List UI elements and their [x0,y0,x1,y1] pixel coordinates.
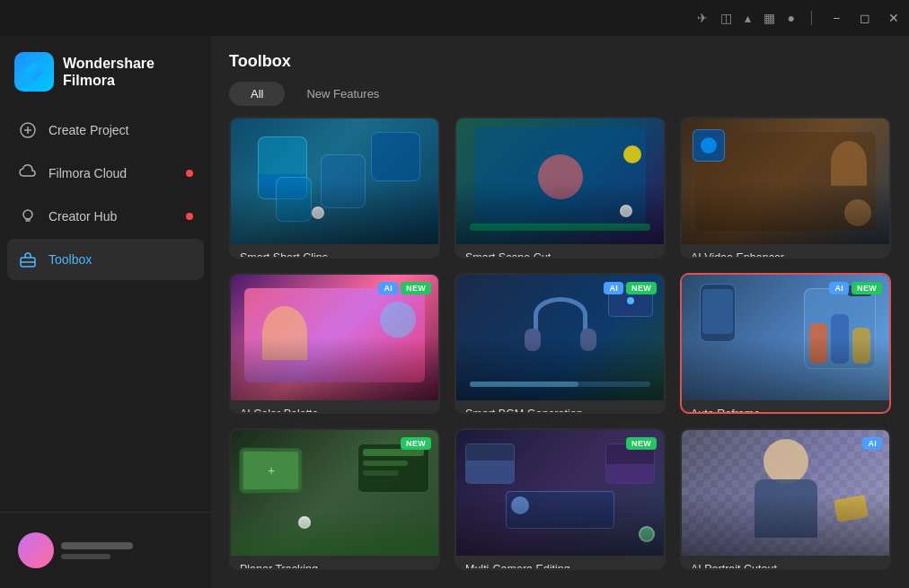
sidebar-bottom [0,512,211,588]
creator-hub-notification-dot [186,213,193,220]
plus-circle-icon [18,120,38,140]
thumb-ai-video-enhancer [682,118,889,244]
filmora-diamond-shape [24,62,44,82]
thumb-overlay [682,493,889,556]
user-profile[interactable] [7,523,204,577]
user-sub-placeholder [61,554,110,559]
thumb-ai-portrait-cutout: AI [682,430,889,556]
user-name-placeholder [61,542,133,549]
thumb-overlay [682,181,889,244]
tool-card-ai-portrait-cutout[interactable]: AI AI Portrait Cutout [680,428,891,570]
thumb-overlay [456,338,664,400]
user-avatar [18,532,54,568]
toolbox-header: Toolbox All New Features [211,36,909,117]
tool-label-smart-scene-cut: Smart Scene Cut [456,244,664,259]
badge-row-bgm: AI NEW [604,282,657,294]
new-badge: NEW [626,282,657,294]
sidebar-label-create-project: Create Project [49,123,128,137]
badge-row-ai-color: AI NEW [378,282,431,294]
sidebar-label-filmora-cloud: Filmora Cloud [49,166,127,180]
close-button[interactable]: ✕ [886,10,902,26]
thumb-planar-tracking: + NEW [231,430,438,556]
thumb-ai-color-palette: AI NEW [231,275,438,400]
title-bar: ✈ ◫ ▴ ▦ ● − ◻ ✕ [0,0,909,36]
share-icon[interactable]: ✈ [697,11,708,25]
toolbox-icon [18,250,38,269]
sidebar-label-creator-hub: Creator Hub [49,209,117,224]
main-content: Toolbox All New Features [211,36,909,588]
sidebar-label-toolbox: Toolbox [49,252,92,267]
tool-card-ai-color-palette[interactable]: AI NEW AI Color Palette [229,273,440,415]
tool-card-multi-camera[interactable]: NEW Multi-Camera Editing [454,428,666,570]
badge-row-multicam: NEW [626,437,657,450]
minimize-button[interactable]: − [828,10,844,26]
tool-card-smart-bgm[interactable]: AI NEW Smart BGM Generation [454,273,666,415]
tool-label-planar-tracking: Planar Tracking [231,556,438,570]
title-bar-icons: ✈ ◫ ▴ ▦ ● − ◻ ✕ [697,10,902,26]
toolbox-title: Toolbox [229,52,891,71]
tool-label-smart-short-clips: Smart Short Clips [231,244,438,259]
new-badge: NEW [626,437,657,450]
upload-icon[interactable]: ▴ [745,11,751,25]
tool-label-ai-portrait-cutout: AI Portrait Cutout [682,556,889,570]
sidebar-nav: Create Project Filmora Cloud [0,110,211,512]
sidebar-item-toolbox[interactable]: Toolbox [7,239,204,280]
sidebar: WondershareFilmora Create Project [0,36,211,588]
divider [811,11,812,25]
tab-all[interactable]: All [229,82,285,106]
app-name: WondershareFilmora [63,55,154,89]
tool-label-auto-reframe: Auto Reframe [682,400,889,415]
grid-icon[interactable]: ▦ [763,11,775,25]
tool-label-ai-color-palette: AI Color Palette [231,400,438,415]
user-info [61,542,193,559]
cloud-icon [18,163,38,183]
thumb-multi-camera: NEW [456,430,664,556]
tool-card-smart-scene-cut[interactable]: Smart Scene Cut [454,117,666,259]
tool-label-smart-bgm: Smart BGM Generation [456,400,664,415]
thumb-smart-bgm: AI NEW [456,275,664,400]
monitor-icon[interactable]: ◫ [720,11,732,25]
sidebar-item-creator-hub[interactable]: Creator Hub [7,196,204,237]
ai-badge: AI [604,282,623,294]
thumb-overlay [682,338,889,400]
thumb-smart-scene-cut [456,118,664,244]
bell-icon[interactable]: ● [788,11,795,25]
thumb-overlay [456,181,664,244]
new-badge: NEW [401,282,431,294]
tabs-row: All New Features [229,82,891,106]
tab-new-features[interactable]: New Features [285,82,401,106]
ai-badge: AI [829,282,849,294]
svg-point-3 [23,210,32,219]
tool-card-planar-tracking[interactable]: + NEW Pla [229,428,440,570]
sidebar-item-create-project[interactable]: Create Project [7,110,204,151]
filmora-cloud-notification-dot [186,170,193,177]
tool-card-ai-video-enhancer[interactable]: AI Video Enhancer [680,117,891,259]
thumb-overlay [231,338,438,400]
tools-grid: Smart Short Clips Smart Scene Cut [211,117,909,588]
thumb-overlay [456,493,664,556]
thumb-smart-short-clips [231,118,438,244]
badge-row-reframe: AI NEW [829,282,882,294]
thumb-overlay [231,181,438,244]
tool-label-ai-video-enhancer: AI Video Enhancer [682,244,889,259]
filmora-logo-icon [14,52,54,92]
tool-label-multi-camera: Multi-Camera Editing [456,556,664,570]
restore-button[interactable]: ◻ [857,10,873,26]
lightbulb-icon [18,206,38,226]
app-body: WondershareFilmora Create Project [0,36,909,588]
new-badge: NEW [852,282,882,294]
ai-badge: AI [862,437,882,450]
tool-card-smart-short-clips[interactable]: Smart Short Clips [229,117,440,259]
ai-badge: AI [378,282,398,294]
tool-card-auto-reframe[interactable]: 0:15 AI NEW Auto Reframe [680,273,891,415]
logo-area: WondershareFilmora [0,43,211,110]
thumb-auto-reframe: 0:15 AI NEW [682,275,889,400]
badge-row-planar: NEW [401,437,431,450]
new-badge: NEW [401,437,431,450]
sidebar-item-filmora-cloud[interactable]: Filmora Cloud [7,153,204,194]
badge-row-portrait: AI [862,437,882,450]
